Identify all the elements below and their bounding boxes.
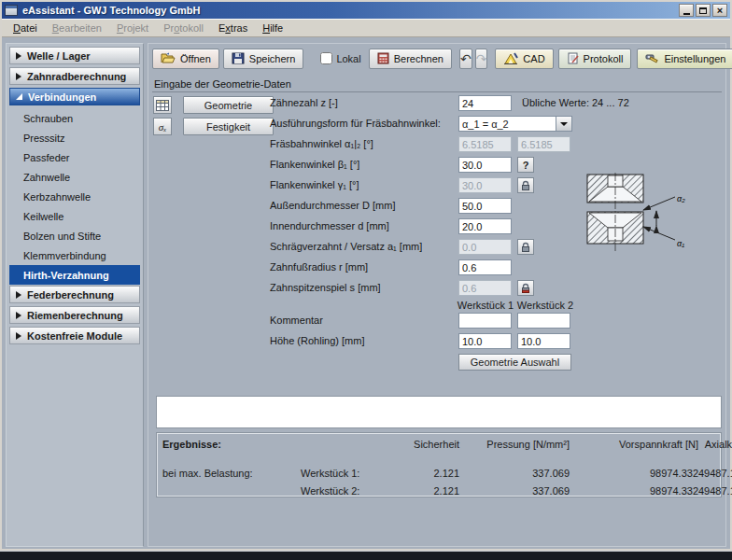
- message-area: [156, 396, 722, 428]
- collapsed-arrow-icon: [16, 291, 21, 299]
- results-value: 2.121: [392, 485, 459, 497]
- lock-button-red[interactable]: [517, 280, 534, 296]
- sidebar-item-bolzen-und-stifte[interactable]: Bolzen und Stifte: [9, 226, 140, 245]
- results-value: 98974.332: [570, 468, 698, 479]
- sidebar-group-zahnradberechnung[interactable]: Zahnradberechnung: [9, 67, 140, 85]
- open-button[interactable]: Öffnen: [152, 49, 219, 69]
- zaehnezahl-input[interactable]: [458, 95, 512, 111]
- undo-icon: ↶: [460, 52, 472, 65]
- document-icon: [567, 52, 579, 64]
- hirth-coupling-diagram: α₂ α₁: [578, 173, 718, 262]
- settings-button[interactable]: Einstellungen: [637, 49, 732, 69]
- sidebar-item-kerbzahnwelle[interactable]: Kerbzahnwelle: [9, 187, 140, 206]
- redo-icon: ↷: [476, 52, 487, 65]
- sidebar-item-klemmverbindung[interactable]: Klemmverbindung: [9, 245, 140, 265]
- field-label: Innendurchmesser d [mm]: [270, 220, 389, 231]
- field-label: Zahnspitzenspiel s [mm]: [270, 282, 381, 293]
- field-row-zahnspitzenspiel: Zahnspitzenspiel s [mm]: [148, 280, 725, 297]
- column-header-vorspannkraft: Vorspannkraft [N]: [570, 439, 698, 461]
- collapsed-arrow-icon: [16, 332, 21, 340]
- results-value: 337.069: [459, 468, 570, 479]
- app-icon: [5, 5, 18, 16]
- undo-button[interactable]: ↶: [459, 49, 472, 69]
- sidebar-group-riemenberechnung[interactable]: Riemenberechnung: [9, 306, 140, 324]
- field-row-kommentar: Kommentar: [148, 313, 725, 329]
- flankenwinkel-beta-input[interactable]: [458, 157, 512, 173]
- protocol-button[interactable]: Protokoll: [558, 49, 632, 69]
- innendurchmesser-input[interactable]: [458, 218, 512, 234]
- kommentar-input-1[interactable]: [458, 313, 512, 329]
- redo-button[interactable]: ↷: [475, 49, 488, 69]
- field-label: Zahnfußradius r [mm]: [270, 261, 368, 273]
- field-label: Kommentar: [270, 315, 323, 326]
- ausfuehrungsform-dropdown[interactable]: α_1 = α_2: [458, 116, 572, 132]
- hoehe-input-1[interactable]: [458, 333, 512, 349]
- sidebar-group-verbindungen[interactable]: Verbindungen: [9, 88, 140, 105]
- local-checkbox-label: Lokal: [336, 53, 360, 64]
- kommentar-input-2[interactable]: [517, 313, 570, 329]
- sidebar-group-federberechnung[interactable]: Federberechnung: [9, 286, 140, 303]
- field-label: Höhe (Rohling) [mm]: [270, 335, 364, 346]
- sidebar-group-welle-lager[interactable]: Welle / Lager: [9, 47, 140, 64]
- minimize-button[interactable]: [679, 4, 694, 17]
- collapsed-arrow-icon: [16, 73, 21, 80]
- geometrie-auswahl-button[interactable]: Geometrie Auswahl: [458, 354, 571, 371]
- floppy-disk-icon: [232, 52, 245, 64]
- werkstueck2-column-header: Werkstück 2: [514, 300, 576, 311]
- field-label: Ausführungsform für Fräsbahnwinkel:: [270, 118, 441, 129]
- lock-button[interactable]: [517, 177, 534, 193]
- toolbar: Öffnen Speichern Lokal Berechnen ↶ ↷: [152, 48, 724, 69]
- cad-drawing-icon: [503, 52, 518, 64]
- sidebar-item-zahnwelle[interactable]: Zahnwelle: [9, 167, 140, 187]
- question-mark-icon: ?: [523, 160, 529, 171]
- menu-bar: Datei Bearbeiten Projekt Protokoll Extra…: [2, 19, 730, 37]
- flankenwinkel-gamma-input: [458, 177, 512, 193]
- hoehe-input-2[interactable]: [517, 333, 570, 349]
- results-value: 49487.166: [698, 468, 732, 479]
- menu-hilfe[interactable]: Hilfe: [255, 21, 290, 35]
- menu-projekt: Projekt: [109, 21, 156, 35]
- dropdown-selected-value: α_1 = α_2: [459, 119, 556, 130]
- close-button[interactable]: ×: [712, 4, 727, 17]
- usual-values-note: Übliche Werte: 24 ... 72: [522, 97, 629, 108]
- sidebar-group-kostenfreie-module[interactable]: Kostenfreie Module: [9, 327, 140, 344]
- field-row-fraesbahnwinkel: Fräsbahnwinkel α₁|₂ [°]: [148, 136, 725, 153]
- fraesbahnwinkel-input-2: [517, 136, 570, 152]
- save-button[interactable]: Speichern: [223, 49, 304, 69]
- maximize-icon: [699, 7, 707, 14]
- local-checkbox-group: Lokal: [320, 52, 360, 64]
- zahnfussradius-input[interactable]: [458, 259, 512, 275]
- fraesbahnwinkel-input-1: [458, 136, 512, 152]
- sidebar-item-schrauben[interactable]: Schrauben: [9, 108, 140, 128]
- tools-icon: [645, 52, 659, 64]
- maximize-button[interactable]: [696, 4, 711, 17]
- dropdown-arrow-button[interactable]: [556, 117, 571, 131]
- section-title: Eingabe der Geometrie-Daten: [152, 78, 722, 92]
- werkstueck1-column-header: Werkstück 1: [455, 300, 516, 311]
- lock-icon: [520, 180, 531, 191]
- menu-extras[interactable]: Extras: [211, 21, 255, 35]
- geometrie-auswahl-row: Geometrie Auswahl: [148, 354, 725, 371]
- open-folder-icon: [161, 52, 176, 64]
- aussendurchmesser-input[interactable]: [458, 198, 512, 214]
- menu-datei[interactable]: Datei: [6, 21, 45, 35]
- field-label: Flankenwinkel γ₁ [°]: [270, 179, 359, 190]
- alpha1-label: α₁: [677, 239, 684, 248]
- main-panel: Öffnen Speichern Lokal Berechnen ↶ ↷: [148, 43, 726, 547]
- help-question-button[interactable]: ?: [517, 157, 534, 173]
- window-title: eAssistant - GWJ Technology GmbH: [22, 5, 201, 16]
- results-title: Ergebnisse:: [162, 439, 301, 461]
- sidebar-item-presssitz[interactable]: Presssitz: [9, 128, 140, 147]
- cad-button[interactable]: CAD: [495, 49, 553, 69]
- sidebar-item-hirth-verzahnung[interactable]: Hirth-Verzahnung: [9, 265, 140, 285]
- minimize-icon: [683, 13, 690, 15]
- local-checkbox[interactable]: [320, 52, 332, 64]
- lock-button[interactable]: [517, 239, 534, 255]
- calculate-button[interactable]: Berechnen: [369, 49, 452, 69]
- sidebar-item-passfeder[interactable]: Passfeder: [9, 147, 140, 167]
- sidebar-item-keilwelle[interactable]: Keilwelle: [9, 206, 140, 226]
- field-row-flankenwinkel-beta: Flankenwinkel β₁ [°] ?: [148, 157, 725, 174]
- results-panel: Ergebnisse: Sicherheit Pressung [N/mm²] …: [156, 432, 722, 497]
- collapsed-arrow-icon: [16, 312, 21, 319]
- field-row-ausfuehrungsform: Ausführungsform für Fräsbahnwinkel: α_1 …: [148, 116, 725, 133]
